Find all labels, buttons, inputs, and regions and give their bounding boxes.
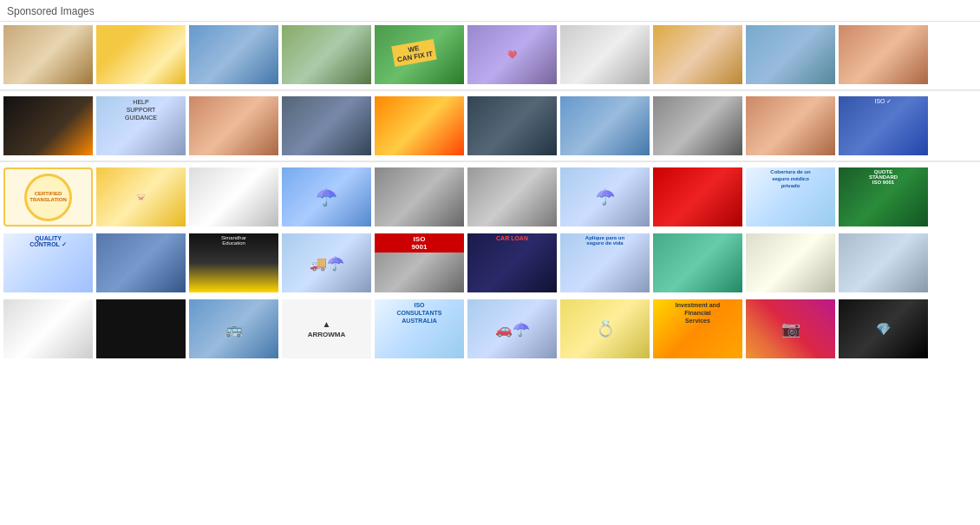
image-row-5: 🚌 ▲ARROWMA ISOCONSULTANTSAUSTRALIA 🚗☂️ 💍…	[0, 296, 980, 362]
thumb-street-store-bw[interactable]	[467, 167, 557, 226]
thumb-sunset-team[interactable]	[375, 96, 464, 155]
thumb-hands-bw[interactable]	[653, 96, 742, 155]
thumb-highfive[interactable]	[653, 25, 742, 84]
thumb-people-group[interactable]	[189, 25, 278, 84]
thumb-help-support[interactable]: HELPSUPPORTGUIDANCE	[96, 96, 186, 155]
thumb-iso-icons[interactable]: ISO ✓	[839, 96, 928, 155]
thumb-umbrella-doctor[interactable]: ☂️	[282, 167, 371, 226]
sponsored-images-section: Sponsored Images WECAN FIX IT ❤️ HELPSUP…	[0, 0, 980, 365]
thumb-superhero-shadow[interactable]	[282, 96, 371, 155]
thumb-car-insurance-umbrella[interactable]: 🚗☂️	[467, 299, 557, 358]
thumb-simandhar-education[interactable]: SimandharEducation	[189, 233, 278, 292]
thumb-hands-team[interactable]	[3, 25, 93, 84]
image-row-2: HELPSUPPORTGUIDANCE ISO ✓	[0, 93, 980, 159]
thumb-ring-box[interactable]: 💎	[839, 299, 928, 358]
thumb-hands-stack[interactable]	[189, 96, 278, 155]
thumb-aplique-seguro[interactable]: Aplique para unseguro de vida	[560, 233, 650, 292]
thumb-silhouette-hill[interactable]	[3, 96, 93, 155]
thumb-black-square[interactable]	[96, 299, 186, 358]
image-row-1: WECAN FIX IT ❤️	[0, 22, 980, 88]
divider-1	[0, 89, 980, 91]
thumb-cobertura-seguro[interactable]: Cobertura de unseguro médicoprivado	[746, 167, 835, 226]
thumb-gold-bracelet[interactable]: 💍	[560, 299, 650, 358]
thumb-iso-consultants[interactable]: ISOCONSULTANTSAUSTRALIA	[375, 299, 464, 358]
image-row-3: CERTIFIEDTRANSLATION 🐷 ☂️ ☂️ Cobertura d…	[0, 164, 980, 230]
thumb-blueprint[interactable]	[839, 233, 928, 292]
thumb-political-flag[interactable]	[653, 167, 742, 226]
thumb-document-envelope[interactable]	[746, 233, 835, 292]
thumb-dollar-bills[interactable]	[189, 167, 278, 226]
thumb-iso9001[interactable]: ISO9001	[375, 233, 464, 292]
thumb-car-loan[interactable]: CAR LOAN	[467, 233, 557, 292]
thumb-fighter-jet[interactable]	[96, 233, 186, 292]
thumb-hands-circle[interactable]	[282, 25, 371, 84]
thumb-family-group[interactable]	[839, 25, 928, 84]
thumb-certified-translation[interactable]: CERTIFIEDTRANSLATION	[3, 167, 93, 226]
thumb-conference-room[interactable]	[653, 233, 742, 292]
thumb-instagram[interactable]: 📷	[746, 299, 835, 358]
image-row-4: QUALITYCONTROL ✓ SimandharEducation 🚚☂️ …	[0, 230, 980, 296]
thumb-wecanfix[interactable]: WECAN FIX IT	[375, 25, 464, 84]
thumb-hands-sun[interactable]	[96, 25, 186, 84]
thumb-mountain-team[interactable]	[467, 96, 557, 155]
thumb-dollars-light[interactable]	[3, 299, 93, 358]
thumb-building-bw[interactable]	[375, 167, 464, 226]
thumb-arrowma-logo[interactable]: ▲ARROWMA	[282, 299, 371, 358]
thumb-quote-standard[interactable]: QUOTESTANDARDISO 9001	[839, 167, 928, 226]
thumb-hands-reaching[interactable]	[560, 25, 650, 84]
thumb-piggy-bank[interactable]: 🐷	[96, 167, 186, 226]
thumb-yellow-bus[interactable]: 🚌	[189, 299, 278, 358]
thumb-heart-hands[interactable]: ❤️	[467, 25, 557, 84]
section-title: Sponsored Images	[0, 0, 980, 22]
thumb-business-handshake[interactable]	[560, 96, 650, 155]
thumb-truck-umbrella[interactable]: 🚚☂️	[282, 233, 371, 292]
thumb-investment-financial[interactable]: Investment andFinancialServices	[653, 299, 742, 358]
thumb-hands-warm[interactable]	[746, 96, 835, 155]
thumb-quality-control[interactable]: QUALITYCONTROL ✓	[3, 233, 93, 292]
thumb-hands-red[interactable]	[746, 25, 835, 84]
divider-2	[0, 161, 980, 162]
thumb-insurance-umbrella[interactable]: ☂️	[560, 167, 650, 226]
